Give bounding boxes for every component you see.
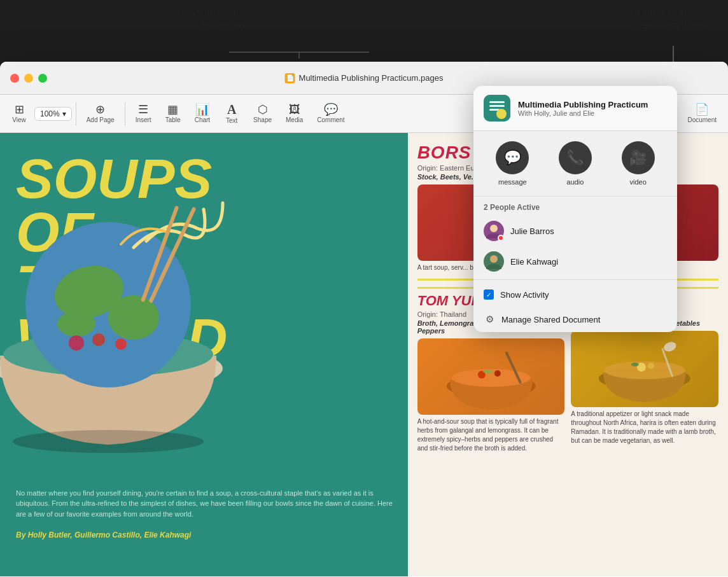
- comment-button[interactable]: 💬 Comment: [311, 101, 351, 126]
- manage-shared-document-button[interactable]: ⚙ Manage Shared Document: [473, 307, 677, 332]
- annotation-right: פתח/י או סגור/י את סרגל הצד "עיצוב".: [627, 5, 703, 32]
- toolbar-separator-2: [125, 102, 125, 125]
- chart-icon: 📊: [195, 104, 209, 115]
- annotation-line-left: [229, 46, 369, 59]
- svg-point-24: [494, 370, 500, 377]
- maximize-button[interactable]: [38, 74, 47, 83]
- document-button[interactable]: 📄 Document: [681, 101, 723, 126]
- people-active-header: 2 People Active: [473, 197, 677, 216]
- svg-point-25: [482, 370, 493, 373]
- show-activity-button[interactable]: ✓ Show Activity: [473, 282, 677, 307]
- insert-button[interactable]: ☰ Insert: [129, 101, 158, 126]
- svg-point-13: [13, 430, 204, 453]
- view-icon: ⊞: [15, 104, 24, 115]
- annotation-left: הוסף/י תרשימים, סרטים ועוד.: [178, 5, 245, 32]
- minimize-button[interactable]: [24, 74, 33, 83]
- annotation-area: פתח/י או סגור/י את סרגל הצד "עיצוב". הוס…: [0, 0, 728, 67]
- collaborator-elie: Elie Kahwagi: [473, 246, 677, 277]
- view-button[interactable]: ⊞ View: [5, 101, 33, 126]
- window-title: 📄 Multimedia Publishing Practicum.pages: [285, 73, 444, 83]
- add-page-button[interactable]: ⊕ Add Page: [80, 101, 121, 126]
- table-icon: ▦: [167, 104, 178, 115]
- page-body-text: No matter where you find yourself dining…: [16, 488, 395, 520]
- table-button[interactable]: ▦ Table: [159, 101, 187, 126]
- collab-divider: [473, 279, 677, 280]
- audio-action-button[interactable]: 📞 audio: [559, 141, 592, 186]
- online-indicator: [498, 235, 504, 241]
- media-button[interactable]: 🖼 Media: [279, 101, 309, 126]
- svg-point-7: [57, 311, 95, 337]
- elie-name: Elie Kahwagi: [510, 257, 558, 267]
- shape-icon: ⬡: [258, 104, 268, 115]
- elie-avatar: [484, 251, 504, 272]
- harira-image: [571, 331, 718, 407]
- text-icon: A: [227, 103, 236, 116]
- svg-point-30: [648, 363, 654, 369]
- svg-point-38: [496, 109, 507, 119]
- gear-icon: ⚙: [484, 314, 495, 325]
- video-action-button[interactable]: 🎥 video: [622, 141, 655, 186]
- collab-doc-info: Multimedia Publishing Practicum With Hol…: [518, 100, 667, 117]
- svg-point-32: [662, 340, 678, 353]
- tomyum-desc: A hot-and-sour soup that is typically fu…: [417, 417, 565, 453]
- window-controls: [10, 74, 47, 83]
- globe-bowl-illustration: [0, 190, 274, 470]
- collab-doc-with: With Holly, Julie and Elie: [518, 109, 667, 117]
- collab-doc-icon: [484, 95, 510, 122]
- svg-point-11: [92, 333, 105, 346]
- page-authors: By Holly Butler, Guillermo Castillo, Eli…: [16, 531, 191, 539]
- pages-icon: 📄: [285, 73, 295, 83]
- show-activity-checkbox[interactable]: ✓: [484, 289, 494, 300]
- audio-icon: 📞: [559, 141, 592, 174]
- collab-actions: 💬 message 📞 audio 🎥 video: [473, 131, 677, 197]
- collab-header: Multimedia Publishing Practicum With Hol…: [473, 86, 677, 131]
- harira-desc: A traditional appetizer or light snack m…: [571, 410, 718, 445]
- svg-point-42: [490, 255, 498, 263]
- chart-button[interactable]: 📊 Chart: [188, 101, 216, 126]
- chevron-down-icon: ▾: [62, 109, 66, 118]
- toolbar-separator-1: [76, 102, 76, 125]
- svg-point-10: [69, 335, 84, 351]
- video-icon: 🎥: [622, 141, 655, 174]
- collaboration-popup: Multimedia Publishing Practicum With Hol…: [473, 86, 677, 332]
- zoom-control[interactable]: 100% ▾: [34, 107, 72, 121]
- julie-avatar: [484, 221, 504, 241]
- text-button[interactable]: A Text: [218, 101, 246, 127]
- page-left-area: SOUPS OF THE WORLD: [0, 133, 408, 576]
- annotation-line-right: [673, 46, 674, 62]
- svg-rect-34: [484, 95, 510, 122]
- add-page-icon: ⊕: [95, 104, 105, 115]
- manage-label: Manage Shared Document: [501, 315, 600, 324]
- svg-rect-35: [489, 101, 505, 103]
- document-icon: 📄: [695, 104, 709, 115]
- svg-point-40: [490, 225, 498, 232]
- insert-icon: ☰: [138, 104, 148, 115]
- svg-point-12: [115, 338, 127, 350]
- svg-point-31: [631, 363, 639, 366]
- message-icon: 💬: [496, 141, 529, 174]
- tomyum-image: [417, 338, 565, 415]
- comment-icon: 💬: [324, 104, 338, 115]
- message-action-button[interactable]: 💬 message: [496, 141, 529, 186]
- close-button[interactable]: [10, 74, 19, 83]
- julie-name: Julie Barros: [510, 226, 554, 236]
- collaborator-julie: Julie Barros: [473, 216, 677, 246]
- media-icon: 🖼: [289, 104, 300, 115]
- shape-button[interactable]: ⬡ Shape: [247, 101, 278, 126]
- show-activity-label: Show Activity: [500, 290, 549, 300]
- svg-rect-36: [489, 105, 505, 107]
- collab-doc-name: Multimedia Publishing Practicum: [518, 100, 667, 109]
